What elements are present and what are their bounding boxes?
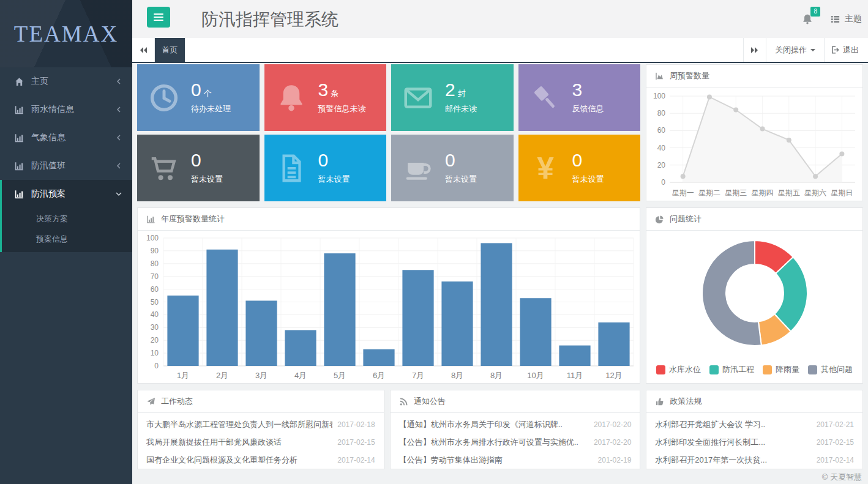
svg-text:11月: 11月 <box>567 371 583 380</box>
news-link[interactable]: 水利部召开党组扩大会议 学习.. <box>655 419 811 430</box>
svg-text:80: 80 <box>657 109 666 117</box>
svg-text:100: 100 <box>653 92 665 100</box>
tab-home[interactable]: 首页 <box>155 38 185 62</box>
chevron-down-icon <box>115 190 122 198</box>
row-top: 0个 待办未处理 3条 预警信息未读 <box>137 64 863 201</box>
svg-text:星期一: 星期一 <box>672 188 694 197</box>
news-link[interactable]: 【通知】杭州市水务局关于印发《河道标识牌.. <box>399 419 589 430</box>
sidebar-subitem-decision-plan[interactable]: 决策方案 <box>2 208 132 230</box>
stat-card-unset-4[interactable]: ¥ 0 暂未设置 <box>518 135 641 201</box>
sidebar-item-duty[interactable]: 防汛值班 <box>0 152 132 180</box>
news-row: 我局开展新提拔任用干部党风廉政谈话 2017-02-15 <box>138 433 384 451</box>
app-logo: TEAMAX <box>0 0 132 67</box>
svg-text:90: 90 <box>151 247 159 255</box>
cart-icon <box>137 152 191 185</box>
theme-label: 主题 <box>845 13 862 24</box>
weekly-line-chart: 星期一星期二星期三星期四星期五星期六星期日020406080100 <box>646 87 862 201</box>
legend-item[interactable]: 水库水位 <box>656 364 701 375</box>
logout-button[interactable]: 退出 <box>824 38 868 62</box>
stat-card-mail[interactable]: 2封 邮件未读 <box>391 64 514 131</box>
copyright: © 天夏智慧 <box>137 469 863 484</box>
document-icon <box>264 152 318 185</box>
news-link[interactable]: 市大鹏半岛水源工程管理处负责人到一线部所慰问新春 <box>146 419 332 430</box>
news-link[interactable]: 【公告】劳动节集体出游指南 <box>399 455 593 466</box>
panel-header: 工作动态 <box>138 390 384 413</box>
svg-text:10: 10 <box>151 349 159 357</box>
panel-header: 通知公告 <box>391 390 640 413</box>
news-link[interactable]: 水利部召开2017年第一次扶贫... <box>655 455 811 466</box>
svg-text:0: 0 <box>154 362 159 370</box>
sidebar-item-home[interactable]: 主页 <box>0 67 132 95</box>
stat-card-unset-2[interactable]: 0 暂未设置 <box>264 135 387 201</box>
theme-list-icon <box>830 14 840 24</box>
legend-swatch <box>763 365 772 374</box>
news-list: 【通知】杭州市水务局关于印发《河道标识牌.. 2017-02-20 【公告】杭州… <box>391 413 640 469</box>
svg-text:50: 50 <box>151 298 159 307</box>
svg-text:7月: 7月 <box>412 371 424 380</box>
svg-text:12月: 12月 <box>605 371 622 380</box>
news-row: 市大鹏半岛水源工程管理处负责人到一线部所慰问新春 2017-02-18 <box>138 415 384 433</box>
legend-item[interactable]: 降雨量 <box>763 364 799 375</box>
news-link[interactable]: 水利部印发全面推行河长制工... <box>655 437 811 448</box>
news-list: 水利部召开党组扩大会议 学习.. 2017-02-21 水利部印发全面推行河长制… <box>646 413 862 469</box>
row-middle: 年度预警数量统计 01020304050607080901001月2月3月4月5… <box>137 207 863 384</box>
tabs-scroll-right-button[interactable] <box>743 38 766 62</box>
news-link[interactable]: 国有企业文化问题根源及文化重塑任务分析 <box>146 455 332 466</box>
sidebar-item-weather[interactable]: 气象信息 <box>0 124 132 152</box>
sidebar-item-flood-plan[interactable]: 防汛预案 <box>2 180 132 208</box>
dashboard-content: 0个 待办未处理 3条 预警信息未读 <box>132 63 868 484</box>
sidebar-subitem-plan-info[interactable]: 预案信息 <box>2 230 132 252</box>
annual-bar-chart: 01020304050607080901001月2月3月4月5月6月7月8月8月… <box>138 231 640 383</box>
news-list: 市大鹏半岛水源工程管理处负责人到一线部所慰问新春 2017-02-18 我局开展… <box>138 413 384 469</box>
tabbar: 首页 关闭操作 退出 <box>132 38 868 63</box>
legend-item[interactable]: 其他问题 <box>808 364 853 375</box>
theme-button[interactable]: 主题 <box>830 13 862 24</box>
close-operations-dropdown[interactable]: 关闭操作 <box>766 38 824 62</box>
bell-icon <box>264 81 318 114</box>
svg-text:80: 80 <box>151 259 159 268</box>
stat-card-unset-1[interactable]: 0 暂未设置 <box>137 135 260 201</box>
notifications-button[interactable]: 8 <box>801 12 814 26</box>
sidebar-item-label: 防汛预案 <box>31 188 115 199</box>
work-news-panel: 工作动态 市大鹏半岛水源工程管理处负责人到一线部所慰问新春 2017-02-18… <box>137 390 384 469</box>
tabs-scroll-left-button[interactable] <box>132 38 155 62</box>
svg-text:星期日: 星期日 <box>831 188 853 197</box>
panel-header: 年度预警数量统计 <box>138 208 640 231</box>
double-chevron-right-icon <box>750 47 759 54</box>
news-row: 【公告】劳动节集体出游指南 201-02-19 <box>391 451 640 469</box>
svg-text:20: 20 <box>657 161 666 169</box>
sidebar-expanded-group: 防汛预案 决策方案 预案信息 <box>0 180 132 252</box>
svg-text:60: 60 <box>151 285 159 294</box>
news-link[interactable]: 我局开展新提拔任用干部党风廉政谈话 <box>146 437 332 448</box>
chevron-left-icon <box>115 162 122 169</box>
menu-toggle-button[interactable] <box>147 7 170 28</box>
svg-text:3月: 3月 <box>255 371 268 380</box>
stat-card-alerts[interactable]: 3条 预警信息未读 <box>264 64 387 131</box>
stat-card-unset-3[interactable]: 0 暂未设置 <box>391 135 514 201</box>
topbar: 防汛指挥管理系统 8 主题 <box>132 0 868 38</box>
sidebar-nav: 主页 雨水情信息 气象信息 <box>0 67 132 252</box>
chevron-left-icon <box>115 134 122 141</box>
area-chart-icon <box>655 72 664 81</box>
sidebar: TEAMAX 主页 雨水情信息 <box>0 0 132 484</box>
svg-text:6月: 6月 <box>373 371 385 380</box>
bar-chart-icon <box>14 133 24 143</box>
news-row: 水利部召开2017年第一次扶贫... 2017-02-14 <box>646 451 862 469</box>
donut-legend: 水库水位 防汛工程 降雨量 其他问题 <box>646 364 862 375</box>
svg-text:8月: 8月 <box>490 371 503 380</box>
panel-header: 问题统计 <box>646 208 862 231</box>
news-link[interactable]: 【公告】杭州市水务局排水行政许可设置与实施优.. <box>399 437 589 448</box>
home-icon <box>14 76 24 87</box>
legend-item[interactable]: 防汛工程 <box>709 364 754 375</box>
legend-swatch <box>808 365 817 374</box>
stat-card-todo[interactable]: 0个 待办未处理 <box>137 64 260 131</box>
logo-text: TEAMAX <box>14 21 118 47</box>
clock-icon <box>137 81 191 114</box>
svg-text:100: 100 <box>146 234 159 242</box>
bar-chart-icon <box>14 161 24 171</box>
svg-text:¥: ¥ <box>537 152 554 185</box>
sidebar-item-rainwater[interactable]: 雨水情信息 <box>0 95 132 124</box>
stat-card-feedback[interactable]: 3 反馈信息 <box>518 64 641 131</box>
news-row: 国有企业文化问题根源及文化重塑任务分析 2017-02-14 <box>138 451 384 469</box>
paper-plane-icon <box>146 397 155 406</box>
